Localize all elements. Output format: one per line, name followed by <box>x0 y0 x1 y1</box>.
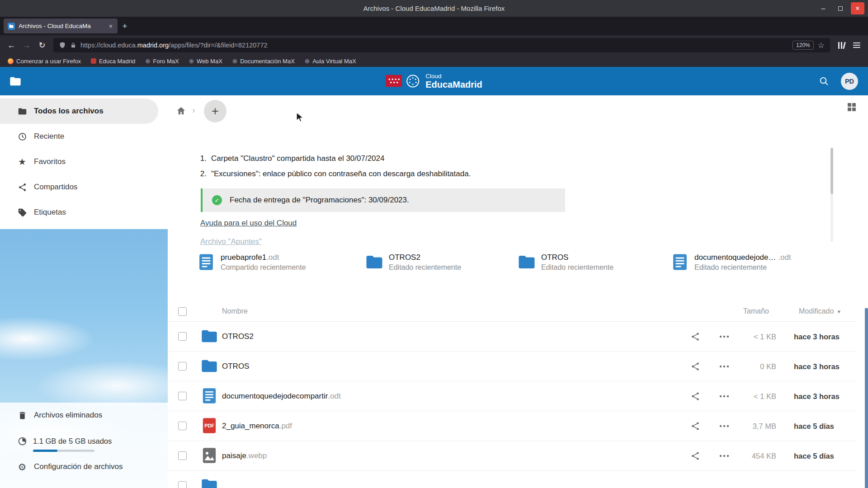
sidebar-item-shared[interactable]: Compartidos <box>0 174 168 200</box>
file-name[interactable]: OTROS <box>222 352 249 381</box>
tab-close-icon[interactable]: × <box>108 23 113 30</box>
sidebar-bottom-panel: Archivos eliminados 1.1 GB de 5 GB usado… <box>0 403 168 488</box>
row-checkbox[interactable] <box>178 392 187 400</box>
table-row[interactable]: paisaje.webp 454 KB hace 5 días <box>168 441 855 471</box>
forward-button[interactable]: → <box>19 38 34 52</box>
page-scrollbar-thumb[interactable] <box>865 308 868 488</box>
highlight-note: ✓ Fecha de entrega de "Programaciones": … <box>201 188 565 212</box>
row-checkbox[interactable] <box>178 451 187 460</box>
folder-icon <box>200 476 218 488</box>
sidebar-item-settings[interactable]: ⚙ Configuración de archivos <box>0 454 168 479</box>
file-name[interactable]: documentoquedejodecompartir.odt <box>222 381 341 411</box>
new-tab-button[interactable]: + <box>118 19 132 33</box>
tracking-shield-icon[interactable] <box>59 42 66 49</box>
notes-scrollbar-thumb[interactable] <box>830 148 833 194</box>
row-checkbox[interactable] <box>178 481 187 488</box>
file-name[interactable]: 2_guia_menorca.pdf <box>222 411 292 441</box>
sidebar-item-favorites[interactable]: ★ Favoritos <box>0 149 168 174</box>
cloud-educamadrid-logo[interactable]: Cloud EducaMadrid <box>386 73 482 89</box>
select-all-checkbox[interactable] <box>178 307 187 316</box>
faded-heading: Archivo "Apuntes" <box>200 237 262 246</box>
quota-progress-fill <box>33 450 57 452</box>
back-button[interactable]: ← <box>4 38 19 52</box>
trash-label: Archivos eliminados <box>34 411 102 420</box>
recent-file-card[interactable]: OTROSEditado recientemente <box>517 253 613 272</box>
browser-tab-active[interactable]: Archivos - Cloud EducaMa × <box>4 19 118 33</box>
sidebar-item-all-files[interactable]: Todos los archivos <box>0 99 158 124</box>
more-actions-icon[interactable] <box>718 454 730 458</box>
window-close-button[interactable]: × <box>851 2 864 14</box>
bookmark-item[interactable]: ⊕Documentación MaX <box>227 56 300 66</box>
table-row-partial[interactable] <box>168 471 855 488</box>
user-avatar[interactable]: PD <box>841 73 858 90</box>
url-domain: madrid.org <box>137 42 169 49</box>
bookmark-item[interactable]: ⊕Aula Virtual MaX <box>300 56 361 66</box>
menu-button[interactable] <box>849 38 864 52</box>
table-row[interactable]: OTROS2 < 1 KB hace 3 horas <box>168 322 855 352</box>
more-actions-icon[interactable] <box>718 334 730 339</box>
library-button[interactable] <box>834 38 849 52</box>
recent-file-card[interactable]: OTROS2Editado recientemente <box>365 253 461 272</box>
column-size[interactable]: Tamaño <box>743 307 769 315</box>
bookmark-item[interactable]: Comenzar a usar Firefox <box>3 56 86 66</box>
browser-toolbar: ← → ↻ https://cloud.educa.madrid.org/app… <box>0 35 868 55</box>
bookmark-label: Documentación MaX <box>240 58 295 65</box>
table-row[interactable]: PDF 2_guia_menorca.pdf 3,7 MB hace 5 día… <box>168 411 855 441</box>
browser-tab-bar: Archivos - Cloud EducaMa × + <box>0 17 868 35</box>
file-subtitle: Editado recientemente <box>541 263 613 272</box>
recent-file-card[interactable]: documentoquedejode… .odtEditado reciente… <box>670 253 791 272</box>
file-size: < 1 KB <box>754 322 776 352</box>
table-row[interactable]: documentoquedejodecompartir.odt < 1 KB h… <box>168 381 855 411</box>
bookmark-item[interactable]: Educa Madrid <box>86 56 140 66</box>
sort-caret-icon: ▾ <box>837 308 840 315</box>
window-minimize-button[interactable]: – <box>816 2 830 14</box>
file-name[interactable]: paisaje.webp <box>222 441 267 471</box>
folder-icon <box>17 106 27 116</box>
more-actions-icon[interactable] <box>718 394 730 399</box>
svg-text:PDF: PDF <box>204 423 214 428</box>
sidebar-item-trash[interactable]: Archivos eliminados <box>0 403 168 428</box>
file-name[interactable]: OTROS2 <box>222 322 254 352</box>
row-checkbox[interactable] <box>178 332 187 341</box>
bookmark-label: Educa Madrid <box>99 58 135 65</box>
reload-button[interactable]: ↻ <box>34 38 50 52</box>
url-text: https://cloud.educa.madrid.org/apps/file… <box>80 42 788 49</box>
files-app-icon[interactable] <box>9 75 22 88</box>
column-modified[interactable]: Modificado▾ <box>799 307 840 315</box>
window-title: Archivos - Cloud EducaMadrid - Mozilla F… <box>363 5 505 12</box>
file-size: 454 KB <box>752 441 776 471</box>
breadcrumb-home-icon[interactable] <box>176 106 186 116</box>
more-actions-icon[interactable] <box>718 364 730 369</box>
bookmarks-bar: Comenzar a usar Firefox Educa Madrid ⊕Fo… <box>0 55 868 67</box>
recent-file-card[interactable]: pruebaprofe1.odtCompartido recientemente <box>197 253 306 272</box>
share-icon[interactable] <box>690 421 700 431</box>
grid-view-toggle-icon[interactable] <box>846 102 857 113</box>
lock-icon[interactable] <box>70 42 76 49</box>
notes-scrollbar[interactable] <box>830 148 833 242</box>
share-icon[interactable] <box>690 451 700 461</box>
search-icon[interactable] <box>819 76 829 86</box>
file-name: OTROS <box>541 253 613 262</box>
share-icon[interactable] <box>690 391 700 401</box>
column-name[interactable]: Nombre <box>222 307 248 315</box>
share-icon[interactable] <box>690 332 700 342</box>
row-checkbox[interactable] <box>178 362 187 371</box>
window-maximize-button[interactable] <box>834 2 847 14</box>
more-actions-icon[interactable] <box>718 424 730 428</box>
sidebar-item-tags[interactable]: Etiquetas <box>0 200 168 225</box>
bookmark-star-icon[interactable]: ☆ <box>818 41 825 50</box>
folder-icon <box>200 327 218 345</box>
sidebar-item-label: Reciente <box>34 132 64 141</box>
zoom-indicator[interactable]: 120% <box>793 41 814 50</box>
table-row[interactable]: OTROS 0 KB hace 3 horas <box>168 352 855 381</box>
row-checkbox[interactable] <box>178 422 187 430</box>
bookmark-item[interactable]: ⊕Web MaX <box>184 56 227 66</box>
cloud-help-link[interactable]: Ayuda para el uso del Cloud <box>200 219 297 228</box>
sidebar-item-label: Compartidos <box>34 183 77 192</box>
share-icon[interactable] <box>690 361 700 371</box>
bookmark-item[interactable]: ⊕Foro MaX <box>140 56 184 66</box>
sidebar-item-recent[interactable]: Reciente <box>0 124 168 149</box>
url-bar[interactable]: https://cloud.educa.madrid.org/apps/file… <box>53 38 830 52</box>
add-new-button[interactable]: + <box>204 100 226 122</box>
bookmark-label: Aula Virtual MaX <box>312 58 356 65</box>
